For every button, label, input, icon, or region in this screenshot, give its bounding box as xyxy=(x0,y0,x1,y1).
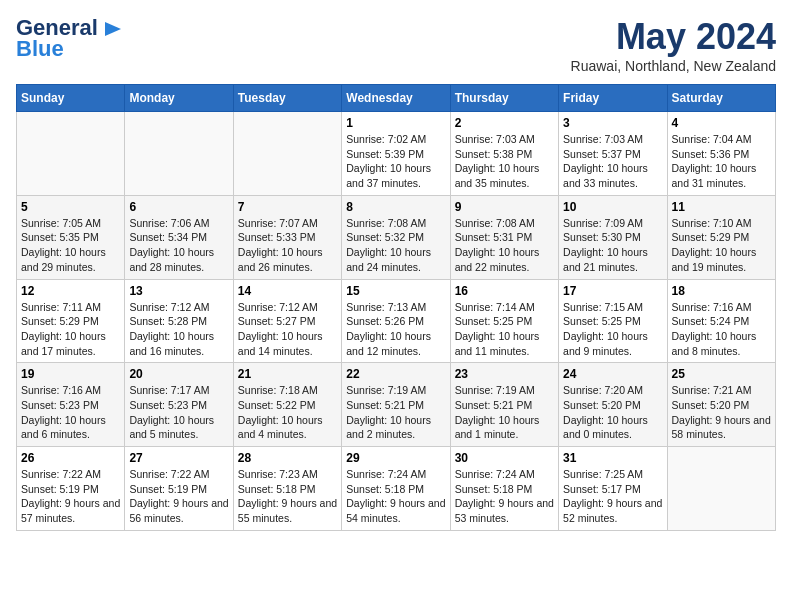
day-info: Sunrise: 7:24 AM Sunset: 5:18 PM Dayligh… xyxy=(346,467,445,526)
calendar-cell: 28Sunrise: 7:23 AM Sunset: 5:18 PM Dayli… xyxy=(233,447,341,531)
week-row-5: 26Sunrise: 7:22 AM Sunset: 5:19 PM Dayli… xyxy=(17,447,776,531)
day-info: Sunrise: 7:08 AM Sunset: 5:31 PM Dayligh… xyxy=(455,216,554,275)
title-block: May 2024 Ruawai, Northland, New Zealand xyxy=(571,16,776,74)
day-number: 18 xyxy=(672,284,771,298)
day-number: 21 xyxy=(238,367,337,381)
calendar-cell xyxy=(667,447,775,531)
day-info: Sunrise: 7:25 AM Sunset: 5:17 PM Dayligh… xyxy=(563,467,662,526)
calendar-cell: 20Sunrise: 7:17 AM Sunset: 5:23 PM Dayli… xyxy=(125,363,233,447)
day-info: Sunrise: 7:17 AM Sunset: 5:23 PM Dayligh… xyxy=(129,383,228,442)
day-number: 9 xyxy=(455,200,554,214)
day-number: 23 xyxy=(455,367,554,381)
calendar-cell xyxy=(125,112,233,196)
day-info: Sunrise: 7:15 AM Sunset: 5:25 PM Dayligh… xyxy=(563,300,662,359)
day-number: 26 xyxy=(21,451,120,465)
day-info: Sunrise: 7:12 AM Sunset: 5:27 PM Dayligh… xyxy=(238,300,337,359)
day-info: Sunrise: 7:11 AM Sunset: 5:29 PM Dayligh… xyxy=(21,300,120,359)
day-number: 19 xyxy=(21,367,120,381)
calendar-table: SundayMondayTuesdayWednesdayThursdayFrid… xyxy=(16,84,776,531)
week-row-4: 19Sunrise: 7:16 AM Sunset: 5:23 PM Dayli… xyxy=(17,363,776,447)
day-info: Sunrise: 7:03 AM Sunset: 5:37 PM Dayligh… xyxy=(563,132,662,191)
calendar-cell: 9Sunrise: 7:08 AM Sunset: 5:31 PM Daylig… xyxy=(450,195,558,279)
day-info: Sunrise: 7:22 AM Sunset: 5:19 PM Dayligh… xyxy=(21,467,120,526)
day-info: Sunrise: 7:02 AM Sunset: 5:39 PM Dayligh… xyxy=(346,132,445,191)
day-info: Sunrise: 7:18 AM Sunset: 5:22 PM Dayligh… xyxy=(238,383,337,442)
page-header: General Blue May 2024 Ruawai, Northland,… xyxy=(16,16,776,74)
day-info: Sunrise: 7:14 AM Sunset: 5:25 PM Dayligh… xyxy=(455,300,554,359)
calendar-cell: 4Sunrise: 7:04 AM Sunset: 5:36 PM Daylig… xyxy=(667,112,775,196)
calendar-cell: 12Sunrise: 7:11 AM Sunset: 5:29 PM Dayli… xyxy=(17,279,125,363)
weekday-header-row: SundayMondayTuesdayWednesdayThursdayFrid… xyxy=(17,85,776,112)
day-number: 20 xyxy=(129,367,228,381)
weekday-header-saturday: Saturday xyxy=(667,85,775,112)
day-number: 29 xyxy=(346,451,445,465)
day-info: Sunrise: 7:10 AM Sunset: 5:29 PM Dayligh… xyxy=(672,216,771,275)
calendar-cell: 19Sunrise: 7:16 AM Sunset: 5:23 PM Dayli… xyxy=(17,363,125,447)
day-info: Sunrise: 7:20 AM Sunset: 5:20 PM Dayligh… xyxy=(563,383,662,442)
day-number: 22 xyxy=(346,367,445,381)
day-number: 11 xyxy=(672,200,771,214)
day-info: Sunrise: 7:06 AM Sunset: 5:34 PM Dayligh… xyxy=(129,216,228,275)
calendar-cell: 27Sunrise: 7:22 AM Sunset: 5:19 PM Dayli… xyxy=(125,447,233,531)
day-number: 6 xyxy=(129,200,228,214)
calendar-cell: 30Sunrise: 7:24 AM Sunset: 5:18 PM Dayli… xyxy=(450,447,558,531)
calendar-cell: 24Sunrise: 7:20 AM Sunset: 5:20 PM Dayli… xyxy=(559,363,667,447)
month-title: May 2024 xyxy=(571,16,776,58)
day-number: 16 xyxy=(455,284,554,298)
calendar-cell xyxy=(17,112,125,196)
day-info: Sunrise: 7:23 AM Sunset: 5:18 PM Dayligh… xyxy=(238,467,337,526)
day-number: 27 xyxy=(129,451,228,465)
day-number: 4 xyxy=(672,116,771,130)
weekday-header-tuesday: Tuesday xyxy=(233,85,341,112)
day-info: Sunrise: 7:08 AM Sunset: 5:32 PM Dayligh… xyxy=(346,216,445,275)
day-info: Sunrise: 7:09 AM Sunset: 5:30 PM Dayligh… xyxy=(563,216,662,275)
calendar-cell: 17Sunrise: 7:15 AM Sunset: 5:25 PM Dayli… xyxy=(559,279,667,363)
calendar-cell: 1Sunrise: 7:02 AM Sunset: 5:39 PM Daylig… xyxy=(342,112,450,196)
day-number: 30 xyxy=(455,451,554,465)
calendar-cell: 16Sunrise: 7:14 AM Sunset: 5:25 PM Dayli… xyxy=(450,279,558,363)
day-info: Sunrise: 7:19 AM Sunset: 5:21 PM Dayligh… xyxy=(455,383,554,442)
calendar-cell: 3Sunrise: 7:03 AM Sunset: 5:37 PM Daylig… xyxy=(559,112,667,196)
day-number: 10 xyxy=(563,200,662,214)
calendar-cell: 14Sunrise: 7:12 AM Sunset: 5:27 PM Dayli… xyxy=(233,279,341,363)
logo-blue-text: Blue xyxy=(16,36,64,62)
day-info: Sunrise: 7:21 AM Sunset: 5:20 PM Dayligh… xyxy=(672,383,771,442)
day-info: Sunrise: 7:16 AM Sunset: 5:24 PM Dayligh… xyxy=(672,300,771,359)
day-number: 3 xyxy=(563,116,662,130)
day-number: 7 xyxy=(238,200,337,214)
calendar-cell: 21Sunrise: 7:18 AM Sunset: 5:22 PM Dayli… xyxy=(233,363,341,447)
day-info: Sunrise: 7:16 AM Sunset: 5:23 PM Dayligh… xyxy=(21,383,120,442)
week-row-1: 1Sunrise: 7:02 AM Sunset: 5:39 PM Daylig… xyxy=(17,112,776,196)
calendar-cell: 31Sunrise: 7:25 AM Sunset: 5:17 PM Dayli… xyxy=(559,447,667,531)
day-info: Sunrise: 7:07 AM Sunset: 5:33 PM Dayligh… xyxy=(238,216,337,275)
logo: General Blue xyxy=(16,16,121,62)
day-number: 8 xyxy=(346,200,445,214)
day-info: Sunrise: 7:05 AM Sunset: 5:35 PM Dayligh… xyxy=(21,216,120,275)
calendar-cell: 23Sunrise: 7:19 AM Sunset: 5:21 PM Dayli… xyxy=(450,363,558,447)
calendar-cell: 2Sunrise: 7:03 AM Sunset: 5:38 PM Daylig… xyxy=(450,112,558,196)
svg-marker-0 xyxy=(105,22,121,36)
calendar-cell: 13Sunrise: 7:12 AM Sunset: 5:28 PM Dayli… xyxy=(125,279,233,363)
day-number: 14 xyxy=(238,284,337,298)
calendar-cell: 6Sunrise: 7:06 AM Sunset: 5:34 PM Daylig… xyxy=(125,195,233,279)
calendar-cell: 29Sunrise: 7:24 AM Sunset: 5:18 PM Dayli… xyxy=(342,447,450,531)
day-info: Sunrise: 7:22 AM Sunset: 5:19 PM Dayligh… xyxy=(129,467,228,526)
calendar-cell: 7Sunrise: 7:07 AM Sunset: 5:33 PM Daylig… xyxy=(233,195,341,279)
day-info: Sunrise: 7:03 AM Sunset: 5:38 PM Dayligh… xyxy=(455,132,554,191)
day-info: Sunrise: 7:24 AM Sunset: 5:18 PM Dayligh… xyxy=(455,467,554,526)
calendar-cell: 22Sunrise: 7:19 AM Sunset: 5:21 PM Dayli… xyxy=(342,363,450,447)
day-number: 2 xyxy=(455,116,554,130)
calendar-cell: 5Sunrise: 7:05 AM Sunset: 5:35 PM Daylig… xyxy=(17,195,125,279)
calendar-cell: 18Sunrise: 7:16 AM Sunset: 5:24 PM Dayli… xyxy=(667,279,775,363)
day-number: 24 xyxy=(563,367,662,381)
weekday-header-wednesday: Wednesday xyxy=(342,85,450,112)
day-info: Sunrise: 7:13 AM Sunset: 5:26 PM Dayligh… xyxy=(346,300,445,359)
calendar-cell: 11Sunrise: 7:10 AM Sunset: 5:29 PM Dayli… xyxy=(667,195,775,279)
weekday-header-sunday: Sunday xyxy=(17,85,125,112)
logo-triangle-icon xyxy=(105,22,121,36)
calendar-cell: 25Sunrise: 7:21 AM Sunset: 5:20 PM Dayli… xyxy=(667,363,775,447)
week-row-2: 5Sunrise: 7:05 AM Sunset: 5:35 PM Daylig… xyxy=(17,195,776,279)
day-info: Sunrise: 7:12 AM Sunset: 5:28 PM Dayligh… xyxy=(129,300,228,359)
week-row-3: 12Sunrise: 7:11 AM Sunset: 5:29 PM Dayli… xyxy=(17,279,776,363)
day-number: 28 xyxy=(238,451,337,465)
